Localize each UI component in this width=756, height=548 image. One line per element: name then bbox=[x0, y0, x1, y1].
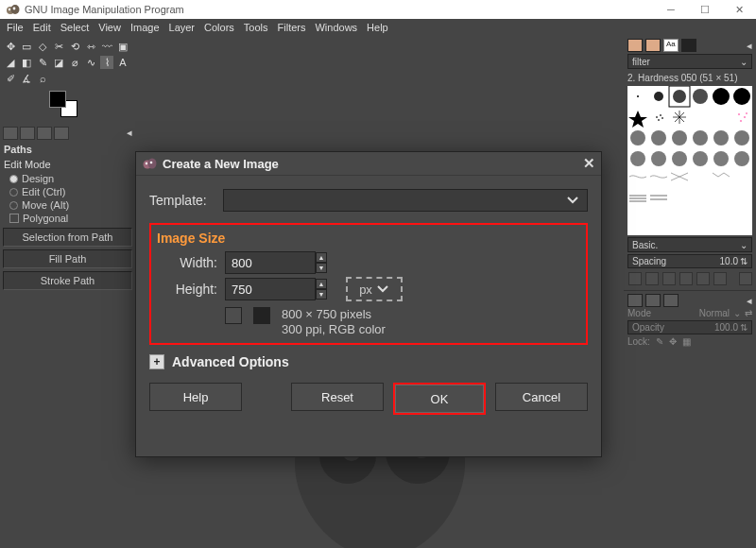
fg-color-swatch[interactable] bbox=[49, 91, 66, 108]
edit-brush-button[interactable] bbox=[628, 272, 642, 285]
template-label: Template: bbox=[149, 193, 223, 208]
tool-eraser-icon[interactable]: ◪ bbox=[52, 56, 65, 69]
cancel-button[interactable]: Cancel bbox=[495, 383, 588, 411]
height-spin[interactable]: ▲▼ bbox=[316, 279, 327, 300]
menu-help[interactable]: Help bbox=[362, 21, 393, 34]
chevron-down-icon[interactable]: ⌄ bbox=[733, 308, 741, 318]
patterns-tab-icon[interactable] bbox=[645, 39, 661, 52]
menu-file[interactable]: File bbox=[2, 21, 28, 34]
tool-smudge-icon[interactable]: ∿ bbox=[84, 56, 97, 69]
advanced-options-expander[interactable]: + Advanced Options bbox=[149, 354, 588, 369]
channels-tab-icon[interactable] bbox=[645, 294, 661, 307]
spin-down-icon[interactable]: ▼ bbox=[316, 263, 327, 273]
brush-grid[interactable] bbox=[627, 86, 752, 235]
portrait-orientation-icon[interactable] bbox=[225, 307, 242, 324]
spin-down-icon[interactable]: ▼ bbox=[316, 289, 327, 300]
device-status-tab-icon[interactable] bbox=[20, 127, 35, 140]
tool-zoom-icon[interactable]: ⌕ bbox=[36, 72, 49, 85]
tool-measure-icon[interactable]: ∡ bbox=[20, 72, 33, 85]
brush-filter-label[interactable]: filter bbox=[632, 57, 740, 67]
history-tab-icon[interactable] bbox=[681, 39, 696, 52]
paths-tab-icon[interactable] bbox=[663, 294, 679, 307]
images-tab-icon[interactable] bbox=[54, 127, 69, 140]
panel-menu-icon[interactable]: ◂ bbox=[747, 295, 752, 307]
stroke-path-button[interactable]: Stroke Path bbox=[3, 271, 132, 290]
svg-rect-10 bbox=[627, 86, 752, 235]
brush-preset-label[interactable]: Basic. bbox=[632, 240, 740, 250]
chevron-down-icon[interactable]: ⌄ bbox=[740, 57, 747, 67]
tool-color-picker-icon[interactable]: ✐ bbox=[4, 72, 17, 85]
chevron-down-icon[interactable]: ⌄ bbox=[740, 240, 747, 250]
svg-point-21 bbox=[658, 119, 660, 121]
tool-move-icon[interactable]: ✥ bbox=[4, 40, 17, 53]
tool-cage-icon[interactable]: ▣ bbox=[116, 40, 129, 53]
opacity-value[interactable]: 100.0 bbox=[714, 322, 738, 333]
menu-image[interactable]: Image bbox=[126, 21, 164, 34]
fg-bg-color-chooser[interactable] bbox=[49, 91, 77, 117]
tool-rect-select-icon[interactable]: ▭ bbox=[20, 40, 33, 53]
new-brush-button[interactable] bbox=[645, 272, 659, 285]
tool-flip-icon[interactable]: ⇿ bbox=[84, 40, 97, 53]
delete-brush-button[interactable] bbox=[679, 272, 693, 285]
menu-select[interactable]: Select bbox=[56, 21, 94, 34]
help-button[interactable]: Help bbox=[149, 383, 242, 411]
fonts-tab-icon[interactable]: Aa bbox=[663, 39, 679, 52]
reset-button[interactable]: Reset bbox=[291, 383, 384, 411]
window-minimize-button[interactable]: ─ bbox=[654, 0, 688, 19]
menu-edit[interactable]: Edit bbox=[28, 21, 56, 34]
menu-tools[interactable]: Tools bbox=[239, 21, 273, 34]
tool-text-icon[interactable]: A bbox=[116, 56, 129, 69]
tool-pencil-icon[interactable]: ✎ bbox=[36, 56, 49, 69]
dialog-close-button[interactable]: ✕ bbox=[583, 155, 595, 172]
lock-alpha-icon[interactable]: ▦ bbox=[682, 336, 691, 347]
menu-colors[interactable]: Colors bbox=[199, 21, 239, 34]
mode-switch-icon[interactable]: ⇄ bbox=[745, 308, 752, 318]
tool-free-select-icon[interactable]: ◇ bbox=[36, 40, 49, 53]
lock-pixels-icon[interactable]: ✎ bbox=[656, 336, 663, 347]
mode-move[interactable]: Move (Alt) bbox=[0, 198, 135, 212]
refresh-brush-button[interactable] bbox=[696, 272, 710, 285]
window-close-button[interactable]: ✕ bbox=[722, 0, 756, 19]
template-select[interactable] bbox=[223, 189, 588, 212]
spin-up-icon[interactable]: ▲ bbox=[316, 279, 327, 289]
duplicate-brush-button[interactable] bbox=[662, 272, 676, 285]
tool-warp-icon[interactable]: 〰 bbox=[100, 40, 113, 53]
height-input[interactable]: 750 bbox=[225, 278, 316, 300]
selection-from-path-button[interactable]: Selection from Path bbox=[3, 228, 132, 247]
tool-options-tab-icon[interactable] bbox=[3, 127, 18, 140]
brush-menu-button[interactable] bbox=[739, 272, 752, 285]
width-spin[interactable]: ▲▼ bbox=[316, 252, 327, 273]
mode-design[interactable]: Design bbox=[0, 172, 135, 185]
open-as-image-button[interactable] bbox=[713, 272, 727, 285]
landscape-orientation-icon[interactable] bbox=[253, 307, 270, 324]
menu-view[interactable]: View bbox=[94, 21, 126, 34]
spin-up-icon[interactable]: ▲ bbox=[316, 252, 327, 263]
tool-crop-icon[interactable]: ✂ bbox=[52, 40, 65, 53]
brushes-tab-icon[interactable] bbox=[627, 39, 643, 52]
spacing-value[interactable]: 10.0 bbox=[720, 256, 738, 266]
lock-position-icon[interactable]: ✥ bbox=[669, 336, 677, 347]
tool-gradient-icon[interactable]: ◧ bbox=[20, 56, 33, 69]
chevron-updown-icon[interactable]: ⇅ bbox=[740, 322, 747, 333]
mode-edit[interactable]: Edit (Ctrl) bbox=[0, 185, 135, 198]
chevron-updown-icon[interactable]: ⇅ bbox=[740, 256, 747, 266]
unit-select[interactable]: px bbox=[346, 277, 403, 301]
menu-layer[interactable]: Layer bbox=[164, 21, 200, 34]
tool-clone-icon[interactable]: ⌀ bbox=[68, 56, 81, 69]
fill-path-button[interactable]: Fill Path bbox=[3, 249, 132, 268]
width-input[interactable]: 800 bbox=[225, 251, 316, 274]
menu-filters[interactable]: Filters bbox=[273, 21, 311, 34]
tool-bucket-icon[interactable]: ◢ bbox=[4, 56, 17, 69]
layer-mode-value[interactable]: Normal bbox=[699, 308, 730, 318]
ok-button[interactable]: OK bbox=[395, 385, 484, 413]
tool-rotate-icon[interactable]: ⟲ bbox=[68, 40, 81, 53]
panel-menu-icon[interactable]: ◂ bbox=[127, 127, 132, 140]
layers-tab-icon[interactable] bbox=[627, 294, 643, 307]
tool-paths-icon[interactable]: ⌇ bbox=[100, 56, 113, 69]
panel-menu-icon[interactable]: ◂ bbox=[747, 40, 752, 52]
menu-windows[interactable]: Windows bbox=[310, 21, 362, 34]
window-maximize-button[interactable]: ☐ bbox=[688, 0, 722, 19]
undo-history-tab-icon[interactable] bbox=[37, 127, 52, 140]
polygonal-checkbox[interactable]: Polygonal bbox=[0, 212, 135, 225]
svg-point-32 bbox=[651, 130, 666, 146]
